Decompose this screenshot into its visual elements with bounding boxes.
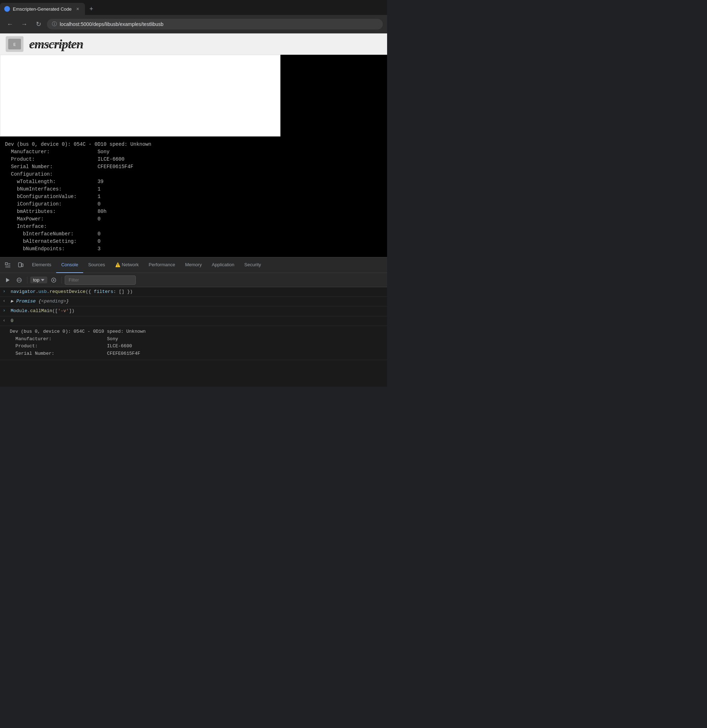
new-tab-button[interactable]: + <box>85 3 97 15</box>
devtools-panel: Elements Console Sources ⚠️ Network Perf… <box>0 257 387 387</box>
console-output-2: ‹ 0 <box>0 316 387 326</box>
console-arrow-input-1: › <box>3 289 8 295</box>
canvas-black <box>280 55 387 137</box>
context-selector[interactable]: top <box>30 277 47 283</box>
console-toolbar: top <box>0 273 387 287</box>
terminal-line-14: bAlternateSetting: 0 <box>5 238 382 245</box>
block-requests-button[interactable] <box>14 275 24 285</box>
tab-security[interactable]: Security <box>239 257 266 273</box>
tab-favicon <box>4 6 10 12</box>
console-arrow-result-1: ‹ <box>3 318 8 324</box>
forward-button[interactable]: → <box>19 19 30 30</box>
canvas-area <box>0 55 387 137</box>
svg-rect-8 <box>19 263 21 267</box>
devtools-inspect-icon[interactable] <box>1 259 14 272</box>
run-snippet-button[interactable] <box>3 275 13 285</box>
tab-performance[interactable]: Performance <box>144 257 180 273</box>
emscripten-logo: E <box>6 36 23 52</box>
terminal-output: Dev (bus 0, device 0): 054C - 0D10 speed… <box>0 137 387 257</box>
svg-marker-13 <box>41 279 45 281</box>
console-text-4: 0 <box>11 318 384 324</box>
console-output-1: ‹ ▶ Promise {<pending>} <box>0 297 387 306</box>
page-content: E emscripten Dev (bus 0, device 0): 054C… <box>0 33 387 257</box>
toolbar-divider-2 <box>62 277 62 284</box>
dev-info-header: Dev (bus 0, device 0): 054C - 0D10 speed… <box>4 328 383 335</box>
console-input-2: › Module.callMain(['-v']) <box>0 306 387 316</box>
terminal-line-1: Dev (bus 0, device 0): 054C - 0D10 speed… <box>5 141 382 148</box>
context-label: top <box>33 277 39 283</box>
tab-console[interactable]: Console <box>56 257 83 273</box>
canvas-white <box>0 55 280 137</box>
console-text-3: Module.callMain(['-v']) <box>11 308 384 314</box>
terminal-line-5: Configuration: <box>5 170 382 178</box>
dev-serial: Serial Number: CFEFE0615F4F <box>4 350 383 358</box>
network-warning-icon: ⚠️ <box>115 262 121 267</box>
active-tab[interactable]: Emscripten-Generated Code × <box>0 3 85 15</box>
terminal-line-7: bNumInterfaces: 1 <box>5 186 382 193</box>
nav-bar: ← → ↻ ⓘ localhost:5000/deps/libusb/examp… <box>0 15 387 33</box>
terminal-line-9: iConfiguration: 0 <box>5 201 382 208</box>
console-filter-input[interactable] <box>65 276 136 285</box>
terminal-line-12: Interface: <box>5 223 382 230</box>
tab-close-button[interactable]: × <box>74 6 81 12</box>
terminal-line-15: bNumEndpoints: 3 <box>5 245 382 253</box>
svg-point-0 <box>5 7 9 11</box>
console-text-1: navigator.usb.requestDevice({ filters: [… <box>11 289 384 295</box>
dev-manufacturer: Manufacturer: Sony <box>4 335 383 343</box>
url-display: localhost:5000/deps/libusb/examples/test… <box>60 21 163 27</box>
toolbar-divider <box>27 277 27 284</box>
svg-rect-3 <box>5 263 7 265</box>
svg-marker-10 <box>6 278 10 282</box>
svg-rect-9 <box>22 264 23 267</box>
browser-chrome: Emscripten-Generated Code × + ← → ↻ ⓘ lo… <box>0 0 387 33</box>
dev-product: Product: ILCE-6600 <box>4 343 383 350</box>
tab-bar: Emscripten-Generated Code × + <box>0 0 387 15</box>
console-text-2: ▶ Promise {<pending>} <box>11 298 384 305</box>
address-bar[interactable]: ⓘ localhost:5000/deps/libusb/examples/te… <box>47 19 383 29</box>
console-arrow-output-1: ‹ <box>3 298 8 304</box>
terminal-line-8: bConfigurationValue: 1 <box>5 193 382 201</box>
tab-sources[interactable]: Sources <box>83 257 110 273</box>
devtools-tab-bar: Elements Console Sources ⚠️ Network Perf… <box>0 257 387 273</box>
terminal-line-2: Manufacturer: Sony <box>5 148 382 156</box>
console-input-1: › navigator.usb.requestDevice({ filters:… <box>0 287 387 297</box>
console-output: › navigator.usb.requestDevice({ filters:… <box>0 287 387 387</box>
console-arrow-input-2: › <box>3 308 8 314</box>
tab-elements[interactable]: Elements <box>27 257 56 273</box>
device-info-output: Dev (bus 0, device 0): 054C - 0D10 speed… <box>0 326 387 360</box>
terminal-line-3: Product: ILCE-6600 <box>5 156 382 163</box>
svg-point-15 <box>53 279 54 281</box>
tab-memory[interactable]: Memory <box>180 257 207 273</box>
tab-title: Emscripten-Generated Code <box>13 6 71 12</box>
tab-network[interactable]: ⚠️ Network <box>110 257 144 273</box>
reload-button[interactable]: ↻ <box>33 19 44 30</box>
emscripten-header: E emscripten <box>0 33 387 55</box>
show-live-expr-button[interactable] <box>49 275 59 285</box>
terminal-line-13: bInterfaceNumber: 0 <box>5 230 382 238</box>
terminal-line-4: Serial Number: CFEFE0615F4F <box>5 163 382 170</box>
svg-text:E: E <box>13 43 16 46</box>
tab-application[interactable]: Application <box>207 257 240 273</box>
devtools-device-icon[interactable] <box>14 259 27 272</box>
emscripten-title: emscripten <box>29 37 83 52</box>
terminal-line-11: MaxPower: 0 <box>5 215 382 223</box>
back-button[interactable]: ← <box>4 19 16 30</box>
terminal-line-10: bmAttributes: 80h <box>5 208 382 215</box>
security-info-icon: ⓘ <box>52 21 57 27</box>
terminal-line-6: wTotalLength: 39 <box>5 178 382 186</box>
